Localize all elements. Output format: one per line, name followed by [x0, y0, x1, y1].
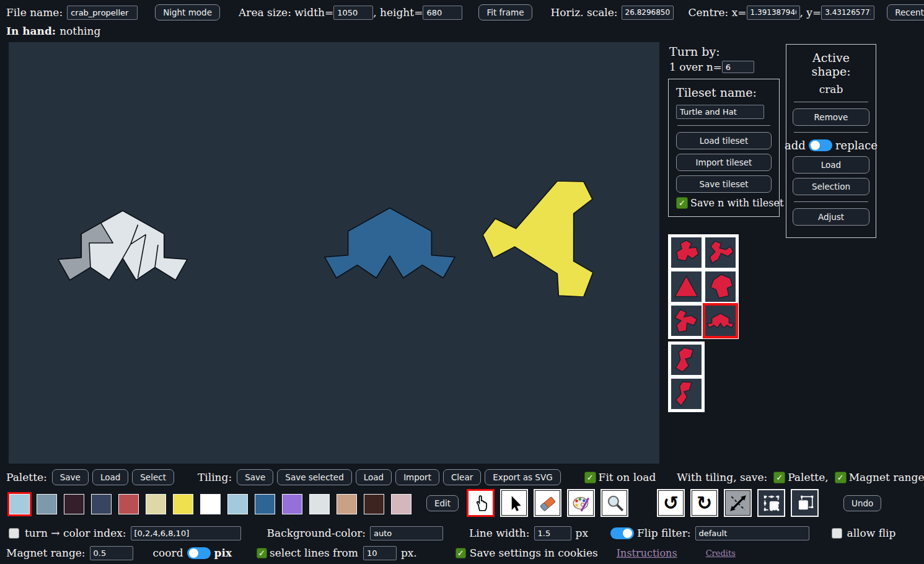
tile-s-piece[interactable]	[671, 345, 702, 375]
export-svg-button[interactable]: Export as SVG	[485, 469, 560, 485]
turn-color-checkbox[interactable]	[9, 528, 19, 539]
tiling-load-button[interactable]: Load	[356, 469, 392, 485]
flip-filter-input[interactable]	[695, 526, 809, 540]
edit-palette-button[interactable]: Edit	[426, 495, 459, 511]
tileset-name-input[interactable]	[676, 105, 764, 119]
color-swatch-7[interactable]	[200, 494, 221, 514]
palette-tool-button[interactable]	[567, 489, 595, 517]
tile-turtle[interactable]	[705, 271, 736, 302]
settings-row-1: turn → color index: Background-color: Li…	[9, 525, 895, 541]
file-name-label: File name:	[6, 6, 63, 19]
load-shape-button[interactable]: Load	[793, 156, 869, 174]
replace-label: replace	[835, 139, 878, 152]
selection-button[interactable]: Selection	[793, 178, 869, 195]
save-palette-checkbox[interactable]	[773, 472, 785, 483]
credits-link[interactable]: Credits	[706, 549, 736, 558]
hand-tool-button[interactable]	[467, 489, 495, 517]
cookies-checkbox[interactable]	[455, 548, 466, 558]
tile-z-piece[interactable]	[671, 379, 702, 409]
rotate-ccw-button[interactable]: ↺	[657, 489, 685, 517]
color-swatch-4[interactable]	[118, 494, 139, 514]
tiling-import-button[interactable]: Import	[395, 469, 439, 485]
color-swatch-10[interactable]	[282, 494, 302, 514]
instructions-link[interactable]: Instructions	[617, 547, 677, 559]
arrow-tool-button[interactable]	[500, 489, 528, 517]
import-tileset-button[interactable]: Import tileset	[676, 154, 772, 171]
palette-load-button[interactable]: Load	[92, 469, 128, 485]
select-shapes-button[interactable]	[791, 489, 819, 517]
night-mode-button[interactable]: Night mode	[155, 4, 220, 20]
line-width-input[interactable]	[534, 526, 571, 540]
tiling-label: Tiling:	[198, 471, 232, 483]
flip-filter-label: Flip filter:	[637, 527, 690, 539]
magnet-range-input[interactable]	[90, 546, 133, 560]
centre-x-input[interactable]	[747, 6, 800, 20]
color-swatch-14[interactable]	[391, 494, 411, 514]
area-height-input[interactable]	[423, 6, 462, 20]
load-tileset-button[interactable]: Load tileset	[676, 132, 772, 149]
crab-shape-light[interactable]	[57, 209, 188, 282]
tile-hat[interactable]	[671, 237, 702, 268]
color-swatch-9[interactable]	[255, 494, 275, 514]
select-rectangle-button[interactable]	[757, 489, 785, 517]
drawing-canvas[interactable]	[9, 42, 659, 464]
select-lines-from-input[interactable]	[363, 546, 397, 560]
allow-flip-checkbox[interactable]	[832, 528, 842, 539]
turn-n-input[interactable]	[722, 61, 754, 73]
color-swatch-12[interactable]	[337, 494, 357, 514]
tiling-clear-button[interactable]: Clear	[443, 469, 481, 485]
tile-crab-selected[interactable]	[705, 306, 736, 336]
turn-color-input[interactable]	[131, 526, 241, 540]
centre-y-input[interactable]	[821, 6, 874, 20]
save-n-checkbox[interactable]	[676, 197, 688, 209]
flip-filter-toggle[interactable]	[610, 527, 634, 539]
background-color-label: Background-color:	[267, 527, 366, 539]
select-lines-from-checkbox[interactable]	[257, 548, 267, 558]
color-swatch-11[interactable]	[309, 494, 330, 514]
color-swatch-5[interactable]	[146, 494, 166, 514]
coord-label: coord	[153, 547, 183, 559]
triangle-tile-icon	[671, 271, 702, 302]
rotate-cw-button[interactable]: ↻	[690, 489, 718, 517]
color-swatch-3[interactable]	[91, 494, 112, 514]
horiz-scale-input[interactable]	[622, 6, 674, 20]
turn-by-block: Turn by: 1 over n=	[669, 45, 754, 73]
color-swatch-1[interactable]	[37, 494, 57, 514]
tiling-save-button[interactable]: Save	[237, 469, 273, 485]
tile-propeller[interactable]	[705, 237, 736, 268]
eraser-tool-button[interactable]	[534, 489, 561, 517]
palette-icon	[571, 493, 591, 513]
adjust-button[interactable]: Adjust	[793, 208, 869, 226]
color-swatch-8[interactable]	[227, 494, 248, 514]
file-name-input[interactable]	[67, 6, 138, 20]
tiling-save-selected-button[interactable]: Save selected	[277, 469, 351, 485]
color-swatch-0[interactable]	[9, 494, 30, 514]
area-width-input[interactable]	[333, 6, 373, 20]
save-tileset-button[interactable]: Save tileset	[676, 175, 772, 193]
color-swatch-13[interactable]	[364, 494, 384, 514]
fit-on-load-label: Fit on load	[599, 471, 656, 483]
remove-shape-button[interactable]: Remove	[793, 108, 869, 126]
save-magnet-checkbox[interactable]	[835, 472, 847, 483]
coord-pix-toggle[interactable]	[187, 547, 211, 559]
flip-diagonal-icon	[728, 493, 748, 513]
undo-button[interactable]: Undo	[843, 495, 881, 511]
fit-frame-button[interactable]: Fit frame	[478, 4, 532, 20]
cookies-label: Save settings in cookies	[470, 547, 598, 559]
select-lines-from-unit: px.	[401, 547, 417, 559]
background-color-input[interactable]	[370, 526, 443, 540]
fit-on-load-checkbox[interactable]	[584, 472, 596, 483]
palette-save-button[interactable]: Save	[52, 469, 89, 485]
add-replace-toggle[interactable]	[809, 139, 832, 151]
palette-select-button[interactable]: Select	[132, 469, 174, 485]
color-swatch-6[interactable]	[173, 494, 193, 514]
propeller-shape-yellow[interactable]	[483, 181, 593, 297]
pix-label: pix	[214, 547, 232, 559]
crab-shape-blue[interactable]	[323, 206, 456, 280]
flip-diagonal-button[interactable]	[724, 489, 752, 517]
magnifier-tool-button[interactable]	[601, 489, 628, 517]
recentre-button[interactable]: Recentre to [0,0]	[887, 4, 924, 20]
tile-three-arm[interactable]	[671, 306, 702, 336]
color-swatch-2[interactable]	[64, 494, 84, 514]
tile-triangle[interactable]	[671, 271, 702, 302]
